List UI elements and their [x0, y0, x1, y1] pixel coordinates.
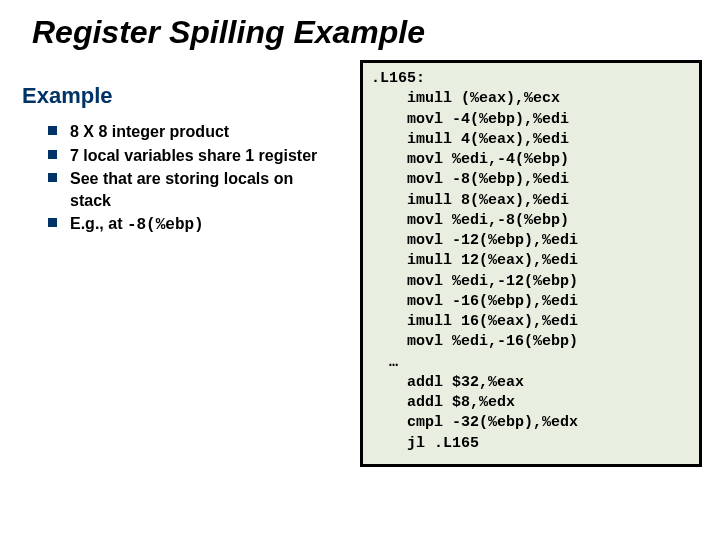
bullet-text-prefix: E.g., at	[70, 215, 127, 232]
bullet-text: 8 X 8 integer product	[70, 123, 229, 140]
code-line: movl %edi,-4(%ebp)	[407, 151, 569, 168]
code-line: cmpl -32(%ebp),%edx	[407, 414, 578, 431]
bullet-text: 7 local variables share 1 register	[70, 147, 317, 164]
code-line: movl -8(%ebp),%edi	[407, 171, 569, 188]
list-item: See that are storing locals on stack	[48, 168, 330, 211]
code-line: imull (%eax),%ecx	[407, 90, 560, 107]
list-item: 7 local variables share 1 register	[48, 145, 330, 167]
code-line: imull 8(%eax),%edi	[407, 192, 569, 209]
code-line: movl -4(%ebp),%edi	[407, 111, 569, 128]
code-ellipsis: …	[389, 354, 398, 371]
code-line: movl %edi,-12(%ebp)	[407, 273, 578, 290]
code-line: movl %edi,-8(%ebp)	[407, 212, 569, 229]
list-item: 8 X 8 integer product	[48, 121, 330, 143]
code-line: imull 12(%eax),%edi	[407, 252, 578, 269]
code-line: movl -12(%ebp),%edi	[407, 232, 578, 249]
code-label: .L165:	[371, 70, 425, 87]
code-line: movl %edi,-16(%ebp)	[407, 333, 578, 350]
code-line: addl $32,%eax	[407, 374, 524, 391]
page-title: Register Spilling Example	[0, 0, 720, 51]
assembly-code-block: .L165: imull (%eax),%ecx movl -4(%ebp),%…	[360, 60, 702, 467]
bullet-code: -8(%ebp)	[127, 216, 204, 234]
list-item: E.g., at -8(%ebp)	[48, 213, 330, 237]
code-line: movl -16(%ebp),%edi	[407, 293, 578, 310]
bullet-list: 8 X 8 integer product 7 local variables …	[0, 109, 330, 237]
code-line: jl .L165	[407, 435, 479, 452]
bullet-text: See that are storing locals on stack	[70, 170, 293, 209]
code-line: addl $8,%edx	[407, 394, 515, 411]
code-line: imull 4(%eax),%edi	[407, 131, 569, 148]
code-line: imull 16(%eax),%edi	[407, 313, 578, 330]
